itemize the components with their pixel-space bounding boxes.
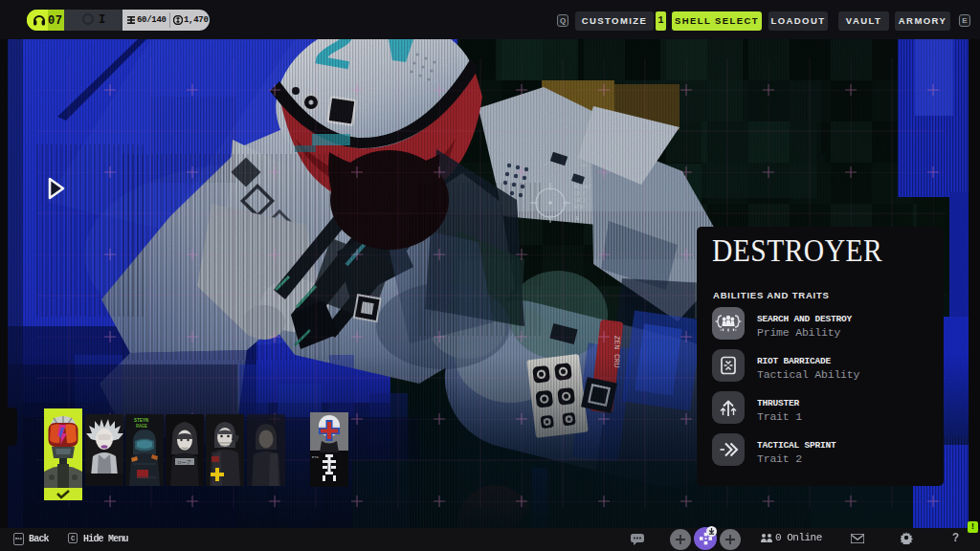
svg-text:RAGE: RAGE	[136, 424, 147, 430]
svg-text:ETC: ETC	[312, 455, 320, 459]
svg-text:ローア: ローア	[177, 460, 191, 466]
